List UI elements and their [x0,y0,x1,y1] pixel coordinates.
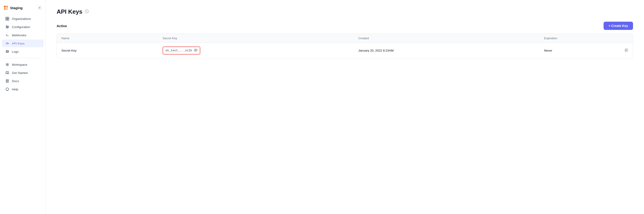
row-secret-key-cell: sk_test_...zc2k [158,43,354,58]
brand-left: Staging [4,5,22,10]
sidebar-item-organizations[interactable]: Organizations [2,15,44,22]
page-title: API Keys [57,8,82,15]
database-icon [6,50,10,53]
svg-point-12 [8,27,8,27]
svg-point-28 [86,10,87,11]
sidebar-item-label-configuration: Configuration [12,25,30,29]
svg-point-20 [7,64,8,65]
edit-icon[interactable] [624,48,628,53]
eye-icon[interactable] [194,48,198,53]
brand-chevron-icon[interactable]: ▾ [38,5,42,10]
expiration-wrapper: Never [544,48,628,53]
col-header-name: Name [57,34,158,43]
svg-point-11 [6,26,7,26]
api-keys-table-container: Name Secret Key Created Expiration Secre… [57,33,633,58]
col-header-secret-key: Secret Key [158,34,354,43]
nav-divider [4,58,42,58]
sidebar-item-label-help: Help [12,88,18,91]
brand-name: Staging [10,6,22,10]
terminal-icon [6,33,10,37]
sidebar-brand: Staging ▾ [0,4,46,14]
sidebar: Staging ▾ Organizations [0,0,46,214]
secret-key-box: sk_test_...zc2k [162,46,200,54]
svg-rect-0 [4,6,6,7]
sliders-icon [6,25,10,29]
table-row: Secret Key sk_test_...zc2k [57,43,633,58]
sidebar-item-label-webhooks: Webhooks [12,33,26,37]
sidebar-item-docs[interactable]: Docs [2,77,44,85]
sidebar-item-get-started[interactable]: Get Started [2,69,44,77]
col-header-expiration: Expiration [540,34,633,43]
secret-key-wrapper: sk_test_...zc2k [162,46,349,54]
col-header-created: Created [354,34,540,43]
page-header: API Keys [57,8,633,15]
message-circle-icon [6,87,10,91]
svg-rect-7 [8,19,9,20]
svg-rect-1 [6,6,8,7]
sidebar-item-help[interactable]: Help [2,85,44,93]
api-keys-table: Name Secret Key Created Expiration Secre… [57,34,633,58]
sidebar-item-label-docs: Docs [12,79,19,83]
row-name: Secret Key [57,43,158,58]
sidebar-item-logs[interactable]: Logs [2,48,44,55]
section-header: Active + Create Key [57,22,633,30]
svg-point-29 [195,50,196,51]
table-header-row: Name Secret Key Created Expiration [57,34,633,43]
sidebar-item-configuration[interactable]: Configuration [2,23,44,31]
book-open-icon [6,71,10,75]
sidebar-item-label-api-keys: API Keys [12,42,25,45]
sidebar-item-webhooks[interactable]: Webhooks [2,31,44,39]
svg-rect-5 [8,17,9,18]
row-expiration: Never [544,49,552,52]
svg-rect-3 [6,8,8,10]
svg-point-19 [6,50,8,51]
sidebar-item-label-organizations: Organizations [12,17,31,20]
svg-rect-4 [6,17,7,18]
file-icon [6,79,10,83]
key-icon [6,41,10,45]
sidebar-item-workspace[interactable]: Workspace [2,61,44,68]
sidebar-item-label-get-started: Get Started [12,71,28,75]
info-icon[interactable] [85,9,89,14]
svg-rect-2 [4,8,6,10]
sidebar-item-label-logs: Logs [12,50,18,53]
sidebar-item-api-keys[interactable]: API Keys [2,39,44,47]
create-key-button[interactable]: + Create Key [604,22,633,30]
brand-logo-icon [4,5,8,10]
svg-rect-6 [6,19,7,20]
row-created: January 20, 2022 8:23AM [354,43,540,58]
settings-icon [6,63,10,66]
main-content: API Keys Active + Create Key Name Secret… [46,0,644,214]
row-expiration-cell: Never [540,43,633,58]
section-title: Active [57,24,67,28]
secret-key-value: sk_test_...zc2k [165,49,192,52]
sidebar-nav: Organizations Configuration [0,14,46,210]
grid-icon [6,17,10,20]
svg-point-13 [7,28,8,28]
sidebar-item-label-workspace: Workspace [12,63,27,66]
